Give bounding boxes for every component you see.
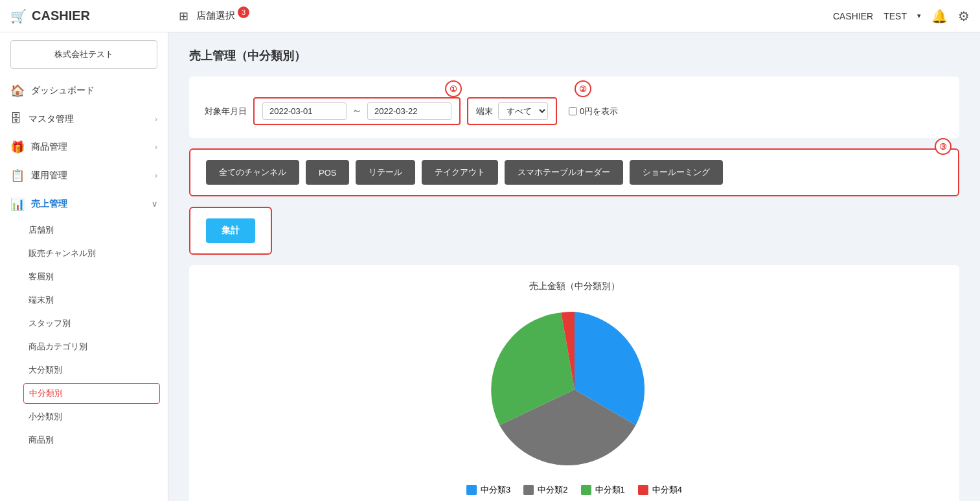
sales-arrow-icon: ∨	[152, 200, 157, 209]
zero-checkbox[interactable]	[569, 107, 577, 115]
sidebar-sub-by-major-category[interactable]: 大分類別	[0, 358, 168, 382]
legend-cat4: 中分類4	[638, 484, 682, 496]
header: 🛒 CASHIER ⊞ 店舗選択 3 CASHIER TEST ▾ 🔔 ⚙	[0, 0, 980, 32]
sidebar-sub-by-channel[interactable]: 販売チャンネル別	[0, 242, 168, 265]
sidebar-label-sales: 売上管理	[31, 198, 145, 210]
settings-icon[interactable]: ⚙	[958, 8, 970, 24]
date-label: 対象年月日	[205, 106, 247, 117]
date-from-input[interactable]	[262, 102, 347, 120]
legend-color-cat4	[638, 485, 648, 495]
channel-smart-table-button[interactable]: スマホテーブルオーダー	[505, 160, 623, 185]
cart-icon: 🛒	[10, 8, 27, 24]
sidebar-item-dashboard[interactable]: 🏠 ダッシュボード	[0, 76, 168, 105]
main-content: 売上管理（中分類別） ① ② 対象年月日 ～ 端末 すべて	[168, 32, 980, 501]
sidebar-label-dashboard: ダッシュボード	[31, 85, 157, 97]
legend-label-cat4: 中分類4	[652, 484, 682, 496]
channel-pos-button[interactable]: POS	[306, 160, 349, 185]
channel-takeout-button[interactable]: テイクアウト	[422, 160, 498, 185]
channel-all-button[interactable]: 全てのチャンネル	[206, 160, 299, 185]
filter-row: 対象年月日 ～ 端末 すべて POS1 POS2	[205, 97, 944, 125]
gift-icon: 🎁	[10, 140, 25, 154]
channel-buttons: 全てのチャンネル POS リテール テイクアウト スマホテーブルオーダー ショー…	[206, 160, 942, 185]
legend-color-cat2	[523, 485, 534, 495]
sidebar-sub-by-mid-category[interactable]: 中分類別	[23, 383, 160, 404]
sidebar-item-products[interactable]: 🎁 商品管理 ›	[0, 133, 168, 161]
annotation-2: ②	[575, 80, 591, 97]
sidebar-sub-by-terminal[interactable]: 端末別	[0, 288, 168, 312]
header-right: CASHIER TEST ▾ 🔔 ⚙	[833, 8, 970, 24]
aggregate-button[interactable]: 集計	[206, 218, 255, 243]
logo: 🛒 CASHIER	[10, 8, 179, 24]
logo-text: CASHIER	[32, 8, 90, 23]
sidebar-sub-by-product-category[interactable]: 商品カテゴリ別	[0, 335, 168, 358]
user-name: CASHIER	[833, 11, 873, 21]
products-arrow-icon: ›	[155, 143, 157, 152]
channel-showroom-button[interactable]: ショールーミング	[630, 160, 723, 185]
terminal-label: 端末	[476, 106, 493, 117]
pie-chart	[490, 305, 659, 474]
sidebar-label-master: マスタ管理	[28, 113, 148, 125]
chart-title: 売上金額（中分類別）	[529, 281, 620, 292]
layout: 株式会社テスト 🏠 ダッシュボード 🗄 マスタ管理 › 🎁 商品管理 › 📋 運…	[0, 32, 980, 501]
sidebar-sub-by-store[interactable]: 店舗別	[0, 218, 168, 242]
sidebar-label-operations: 運用管理	[31, 170, 148, 181]
legend-color-cat1	[581, 485, 591, 495]
pie-legend: 中分類3 中分類2 中分類1 中分類4	[466, 484, 682, 496]
sidebar-label-products: 商品管理	[31, 141, 148, 153]
channel-retail-button[interactable]: リテール	[356, 160, 415, 185]
chart-icon: 📊	[10, 197, 25, 211]
date-range-box: ～	[253, 97, 461, 125]
filter-section: ① ② 対象年月日 ～ 端末 すべて POS1 POS2	[189, 76, 959, 138]
sidebar-item-sales[interactable]: 📊 売上管理 ∨	[0, 190, 168, 218]
user-chevron-icon[interactable]: ▾	[917, 12, 921, 20]
legend-color-cat3	[466, 485, 477, 495]
annotation-3: ③	[935, 138, 952, 155]
user-role: TEST	[883, 11, 907, 21]
date-to-input[interactable]	[367, 102, 451, 120]
terminal-select[interactable]: すべて POS1 POS2	[498, 102, 548, 120]
home-icon: 🏠	[10, 84, 25, 98]
sales-sub-menu: 店舗別 販売チャンネル別 客層別 端末別 スタッフ別 商品カテゴリ別 大分類別 …	[0, 218, 168, 452]
pie-chart-container: 中分類3 中分類2 中分類1 中分類4	[466, 305, 682, 496]
sidebar-item-operations[interactable]: 📋 運用管理 ›	[0, 161, 168, 190]
database-icon: 🗄	[10, 112, 22, 126]
terminal-box: 端末 すべて POS1 POS2	[467, 97, 557, 125]
store-select-label: 店舗選択	[196, 10, 235, 22]
sidebar-sub-by-staff[interactable]: スタッフ別	[0, 312, 168, 335]
zero-checkbox-label[interactable]: 0円を表示	[569, 106, 618, 117]
company-name: 株式会社テスト	[10, 40, 157, 69]
sidebar-item-master[interactable]: 🗄 マスタ管理 ›	[0, 105, 168, 133]
page-title: 売上管理（中分類別）	[189, 48, 959, 64]
master-arrow-icon: ›	[155, 115, 157, 124]
bell-icon[interactable]: 🔔	[931, 8, 948, 24]
legend-label-cat1: 中分類1	[595, 484, 625, 496]
legend-cat3: 中分類3	[466, 484, 510, 496]
legend-label-cat3: 中分類3	[481, 484, 510, 496]
legend-cat1: 中分類1	[581, 484, 625, 496]
grid-icon: ⊞	[179, 9, 188, 23]
store-badge: 3	[238, 6, 249, 18]
sidebar-sub-by-customer[interactable]: 客層別	[0, 265, 168, 288]
clipboard-icon: 📋	[10, 169, 25, 183]
annotation-1: ①	[445, 80, 462, 97]
channels-section: ③ 全てのチャンネル POS リテール テイクアウト スマホテーブルオーダー シ…	[189, 148, 959, 196]
aggregate-section: 集計	[189, 207, 272, 255]
legend-cat2: 中分類2	[523, 484, 567, 496]
legend-label-cat2: 中分類2	[538, 484, 567, 496]
sidebar-sub-by-minor-category[interactable]: 小分類別	[0, 405, 168, 428]
sidebar-sub-by-product[interactable]: 商品別	[0, 428, 168, 452]
operations-arrow-icon: ›	[155, 171, 157, 180]
sidebar: 株式会社テスト 🏠 ダッシュボード 🗄 マスタ管理 › 🎁 商品管理 › 📋 運…	[0, 32, 168, 501]
store-select-button[interactable]: ⊞ 店舗選択 3	[179, 9, 833, 23]
chart-section: 売上金額（中分類別）	[189, 265, 959, 501]
zero-label-text: 0円を表示	[580, 106, 618, 117]
tilde: ～	[352, 104, 362, 118]
